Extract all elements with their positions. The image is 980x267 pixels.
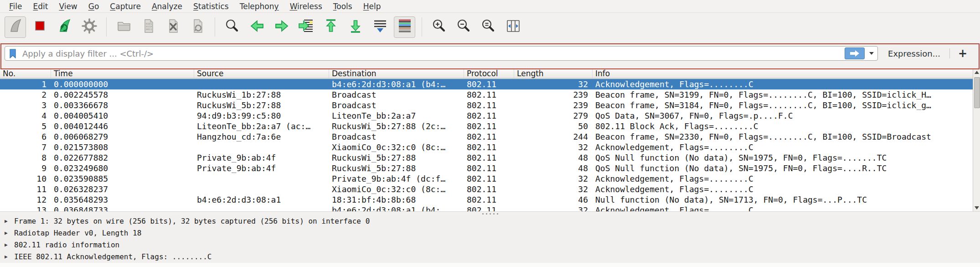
menu-telephony[interactable]: Telephony xyxy=(234,1,284,12)
detail-tree-item[interactable]: ▶IEEE 802.11 Acknowledgement, Flags: ...… xyxy=(0,251,980,263)
packet-row-9[interactable]: 90.023249680Private_9b:ab:4fRuckusWi_5b:… xyxy=(0,163,973,173)
find-packet-icon xyxy=(224,18,241,36)
packet-row-4[interactable]: 40.00400541094:d9:b3:99:c5:80LiteonTe_bb… xyxy=(0,110,973,121)
menu-analyze[interactable]: Analyze xyxy=(146,1,188,12)
cell-no: 11 xyxy=(0,184,51,194)
cell-source xyxy=(194,184,329,194)
display-filter-input[interactable] xyxy=(21,48,845,59)
add-filter-button[interactable]: + xyxy=(958,48,967,59)
capture-options-button[interactable] xyxy=(78,16,100,38)
display-filter-bar: Expression... + xyxy=(5,46,975,61)
cell-length: 32 xyxy=(514,173,593,184)
cell-protocol: 802.11 xyxy=(464,79,514,89)
cell-length: 32 xyxy=(514,205,593,211)
scroll-down-button[interactable] xyxy=(973,204,980,211)
find-packet-button[interactable] xyxy=(222,16,243,38)
reload-file-button[interactable] xyxy=(187,16,208,38)
go-to-packet-button[interactable] xyxy=(295,16,317,38)
go-forward-button[interactable] xyxy=(271,16,292,38)
cell-time: 0.002245578 xyxy=(51,89,194,100)
start-capture-button[interactable] xyxy=(5,16,26,38)
column-header-destination[interactable]: Destination xyxy=(329,69,464,78)
resize-columns-icon xyxy=(505,18,521,36)
packet-row-6[interactable]: 60.006068279Hangzhou_cd:7a:6eBroadcast80… xyxy=(0,131,973,142)
scrollbar-thumb[interactable] xyxy=(974,77,980,108)
go-first-packet-button[interactable] xyxy=(320,16,341,38)
chevron-down-icon xyxy=(869,52,874,55)
cell-destination: RuckusWi_5b:27:88 xyxy=(329,163,464,173)
packet-row-5[interactable]: 50.004012446LiteonTe_bb:2a:a7 (ac:…Rucku… xyxy=(0,121,973,131)
menu-go[interactable]: Go xyxy=(83,1,105,12)
zoom-out-button[interactable] xyxy=(453,16,475,38)
auto-scroll-button[interactable] xyxy=(369,16,391,38)
go-last-packet-button[interactable] xyxy=(345,16,366,38)
scroll-up-button[interactable] xyxy=(973,68,980,76)
packet-row-11[interactable]: 110.026328237XiaomiCo_0c:32:c0 (8c:…802.… xyxy=(0,184,973,194)
resize-columns-button[interactable] xyxy=(502,16,524,38)
main-toolbar: 010101100011 xyxy=(0,13,980,41)
menu-help[interactable]: Help xyxy=(358,1,387,12)
stop-capture-button[interactable] xyxy=(29,16,51,38)
save-file-button[interactable]: 010101100011 xyxy=(138,16,159,38)
cell-length: 239 xyxy=(514,100,593,110)
display-filter-field[interactable] xyxy=(5,46,878,61)
packet-row-1[interactable]: 10.000000000b4:e6:2d:d3:08:a1 (b4:…802.1… xyxy=(0,79,973,89)
menu-wireless[interactable]: Wireless xyxy=(284,1,328,12)
restart-capture-button[interactable] xyxy=(54,16,75,38)
menu-tools[interactable]: Tools xyxy=(328,1,358,12)
expression-button[interactable]: Expression... xyxy=(888,49,940,58)
detail-tree-item[interactable]: ▶Frame 1: 32 bytes on wire (256 bits), 3… xyxy=(0,215,980,227)
menu-file[interactable]: File xyxy=(4,1,27,12)
cell-source: Private_9b:ab:4f xyxy=(194,152,329,163)
cell-length: 46 xyxy=(514,194,593,205)
cell-destination: RuckusWi_5b:27:88 xyxy=(329,152,464,163)
zoom-in-button[interactable] xyxy=(428,16,450,38)
start-capture-icon xyxy=(7,18,24,36)
packet-row-7[interactable]: 70.021573808XiaomiCo_0c:32:c0 (8c:…802.1… xyxy=(0,142,973,152)
cell-no: 8 xyxy=(0,152,51,163)
cell-time: 0.022677882 xyxy=(51,152,194,163)
packet-list-scrollbar[interactable] xyxy=(973,68,980,211)
menu-statistics[interactable]: Statistics xyxy=(188,1,234,12)
expand-arrow-icon[interactable]: ▶ xyxy=(5,227,11,239)
menu-capture[interactable]: Capture xyxy=(104,1,146,12)
apply-filter-button[interactable] xyxy=(845,47,865,59)
cell-destination: Broadcast xyxy=(329,131,464,142)
packet-row-3[interactable]: 30.003366678RuckusWi_5b:27:88Broadcast80… xyxy=(0,100,973,110)
menu-edit[interactable]: Edit xyxy=(27,1,53,12)
colorize-packets-icon xyxy=(397,18,413,36)
zoom-reset-icon xyxy=(480,18,497,36)
column-header-source[interactable]: Source xyxy=(194,69,329,78)
column-header-protocol[interactable]: Protocol xyxy=(464,69,514,78)
cell-no: 5 xyxy=(0,121,51,131)
cell-protocol: 802.11 xyxy=(464,142,514,152)
packet-row-12[interactable]: 120.035648293b4:e6:2d:d3:08:a118:31:bf:4… xyxy=(0,194,973,205)
column-header-no[interactable]: No. xyxy=(0,69,51,78)
colorize-packets-button[interactable] xyxy=(394,16,415,38)
packet-row-13[interactable]: 130.036848733b4:e6:2d:d3:08:a1 (b4:…802.… xyxy=(0,205,973,211)
column-header-time[interactable]: Time xyxy=(51,69,194,78)
packet-row-8[interactable]: 80.022677882Private_9b:ab:4fRuckusWi_5b:… xyxy=(0,152,973,163)
menu-view[interactable]: View xyxy=(53,1,83,12)
close-file-button[interactable] xyxy=(162,16,184,38)
scroll-down-icon xyxy=(975,206,979,209)
detail-tree-item[interactable]: ▶Radiotap Header v0, Length 18 xyxy=(0,227,980,239)
filter-history-dropdown[interactable] xyxy=(867,48,876,59)
expand-arrow-icon[interactable]: ▶ xyxy=(5,251,11,263)
bookmark-icon[interactable] xyxy=(8,47,18,59)
restart-capture-icon xyxy=(57,18,73,36)
zoom-reset-button[interactable] xyxy=(478,16,499,38)
column-header-length[interactable]: Length xyxy=(514,69,593,78)
detail-text: Frame 1: 32 bytes on wire (256 bits), 32… xyxy=(14,215,370,227)
expand-arrow-icon[interactable]: ▶ xyxy=(5,215,11,227)
cell-source: Hangzhou_cd:7a:6e xyxy=(194,131,329,142)
detail-tree-item[interactable]: ▶802.11 radio information xyxy=(0,239,980,251)
open-file-button[interactable] xyxy=(113,16,134,38)
cell-protocol: 802.11 xyxy=(464,110,514,121)
cell-no: 12 xyxy=(0,194,51,205)
packet-row-2[interactable]: 20.002245578RuckusWi_1b:27:88Broadcast80… xyxy=(0,89,973,100)
expand-arrow-icon[interactable]: ▶ xyxy=(5,239,11,251)
packet-row-10[interactable]: 100.023590885Private_9b:ab:4f (dc:f…802.… xyxy=(0,173,973,184)
column-header-info[interactable]: Info xyxy=(593,69,973,78)
go-back-button[interactable] xyxy=(246,16,268,38)
